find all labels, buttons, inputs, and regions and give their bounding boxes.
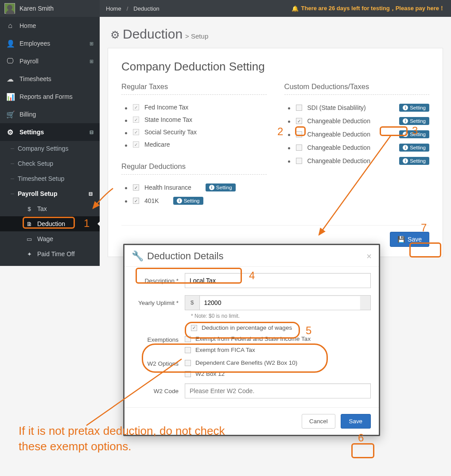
save-button[interactable]: 💾 Save	[390, 232, 429, 247]
checkbox[interactable]	[133, 198, 139, 204]
nav-deduction-label: Deduction	[37, 220, 65, 227]
gear-icon: ⚙	[6, 128, 14, 137]
wrench-icon: 🔧	[132, 250, 144, 262]
file-icon: 🗎	[26, 221, 33, 227]
nav-tax[interactable]: $ Tax	[0, 201, 100, 216]
chk-exempt-fed[interactable]	[185, 336, 191, 342]
chk-w2-box12-label: W2 Box 12	[195, 371, 225, 377]
page-title: ⚙ Deduction > Setup	[110, 27, 443, 42]
item-label: Changeable Deduction	[307, 131, 370, 138]
nav-billing[interactable]: 🛒 Billing	[0, 105, 100, 123]
checkbox-disabled	[133, 129, 139, 135]
trial-alert[interactable]: 🔔 There are 26 days left for testing，Ple…	[292, 4, 445, 12]
modal-save-button[interactable]: Save	[341, 414, 371, 429]
checkbox[interactable]	[296, 105, 302, 111]
nav-pto-label: Paid Time Off	[37, 250, 75, 258]
checkbox[interactable]	[133, 184, 139, 191]
nav-payroll[interactable]: 🖵 Payroll ⊞	[0, 52, 100, 70]
chk-w2-box12[interactable]	[185, 371, 191, 377]
dollar-icon: $	[26, 206, 33, 212]
checkbox[interactable]	[296, 131, 302, 137]
setting-button-label: Setting	[184, 198, 200, 203]
nav-settings[interactable]: ⚙ Settings ⊟	[0, 123, 100, 141]
nav-deduction[interactable]: 🗎 Deduction	[0, 216, 100, 231]
nav-check-setup[interactable]: Check Setup	[0, 156, 100, 171]
cloud-icon: ☁	[6, 75, 14, 83]
setting-button[interactable]: iSetting	[399, 130, 429, 138]
list-item: Health InsuranceiSetting	[125, 181, 267, 194]
description-input[interactable]	[185, 273, 371, 288]
list-item: Medicare	[125, 138, 267, 151]
list-item: Changeable DeductioniSetting	[288, 128, 430, 141]
close-icon[interactable]: ×	[366, 251, 372, 261]
breadcrumb-home[interactable]: Home	[106, 5, 121, 12]
nav-pto[interactable]: ✦ Paid Time Off	[0, 246, 100, 261]
nav-payroll-label: Payroll	[19, 58, 39, 65]
list-item: Social Security Tax	[125, 126, 267, 138]
item-label: Changeable Deduction	[307, 157, 370, 164]
list-item: Fed Income Tax	[125, 101, 267, 113]
nav-timesheets[interactable]: ☁ Timesheets	[0, 70, 100, 88]
list-item: 401KiSetting	[125, 194, 267, 207]
nav-home[interactable]: ⌂ Home	[0, 17, 100, 35]
setting-button[interactable]: iSetting	[173, 197, 203, 205]
checkbox[interactable]	[296, 158, 302, 164]
chart-icon: 📊	[6, 93, 14, 101]
modal-title-text: Deduction Details	[147, 250, 223, 262]
trial-alert-text: There are 26 days left for testing，Pleas…	[301, 4, 445, 12]
cash-icon: ▭	[26, 236, 33, 242]
gear-icon: ⚙	[110, 29, 120, 41]
sec-regular-deductions: Regular Deductions	[121, 162, 267, 175]
nav-home-label: Home	[19, 22, 36, 29]
chk-exempt-fed-label: Exempt from Federal and State Income Tax	[195, 336, 311, 342]
chk-percentage[interactable]	[191, 325, 197, 331]
nav-wage[interactable]: ▭ Wage	[0, 231, 100, 246]
cancel-button[interactable]: Cancel	[302, 414, 335, 429]
nav-tax-label: Tax	[37, 205, 47, 212]
modal-header: 🔧 Deduction Details ×	[124, 245, 379, 267]
checkbox[interactable]	[296, 144, 302, 151]
nav-employees[interactable]: 👤 Employees ⊞	[0, 35, 100, 52]
setting-button[interactable]: iSetting	[399, 104, 429, 112]
yearly-uplimit-input[interactable]	[199, 295, 360, 310]
regular-deductions-list: Health InsuranceiSetting401KiSetting	[121, 181, 267, 207]
lbl-exemptions: Exemptions	[132, 336, 185, 353]
checkbox[interactable]	[296, 118, 302, 124]
list-item: State Income Tax	[125, 113, 267, 126]
nav-payroll-setup[interactable]: Payroll Setup ⊟	[0, 186, 100, 201]
item-label: Changeable Deduction	[307, 144, 370, 151]
setting-button[interactable]: iSetting	[206, 183, 236, 191]
info-icon: i	[209, 185, 214, 190]
monitor-icon: 🖵	[6, 57, 14, 65]
deduction-details-modal: 🔧 Deduction Details × Description * Year…	[123, 244, 380, 436]
info-icon: i	[403, 158, 408, 164]
home-icon: ⌂	[6, 22, 14, 30]
sec-custom: Custom Deductions/Taxes	[284, 82, 430, 95]
lbl-description: Description *	[132, 277, 185, 284]
nav-settings-label: Settings	[19, 129, 44, 136]
regular-taxes-list: Fed Income TaxState Income TaxSocial Sec…	[121, 101, 267, 151]
lbl-w2-code: W2 Code	[132, 388, 185, 394]
sec-regular-taxes: Regular Taxes	[121, 82, 267, 95]
info-icon: i	[403, 118, 408, 124]
setting-button[interactable]: iSetting	[399, 157, 429, 165]
nav-reports[interactable]: 📊 Reports and Forms	[0, 88, 100, 105]
setting-button[interactable]: iSetting	[399, 117, 429, 125]
list-item: SDI (State Disablility)iSetting	[288, 101, 430, 114]
w2-code-input[interactable]	[185, 383, 371, 398]
setting-button-label: Setting	[410, 145, 426, 150]
chk-exempt-fica[interactable]	[185, 347, 191, 353]
nav-company-settings[interactable]: Company Settings	[0, 141, 100, 156]
nav-timesheet-setup[interactable]: Timesheet Setup	[0, 171, 100, 186]
chk-w2-dependent[interactable]	[185, 360, 191, 366]
setting-button-label: Setting	[410, 132, 426, 137]
collapse-icon: ⊟	[89, 191, 93, 197]
setting-button-label: Setting	[216, 185, 232, 190]
nav-timesheets-label: Timesheets	[19, 75, 51, 82]
uplimit-note: * Note: $0 is no limit.	[191, 313, 371, 319]
modal-title: 🔧 Deduction Details	[132, 250, 223, 262]
breadcrumb-current: Deduction	[133, 5, 159, 12]
sidebar: Karen Smith ⌂ Home 👤 Employees ⊞ 🖵 Payro…	[0, 0, 100, 266]
setting-button[interactable]: iSetting	[399, 144, 429, 152]
avatar	[4, 3, 15, 14]
